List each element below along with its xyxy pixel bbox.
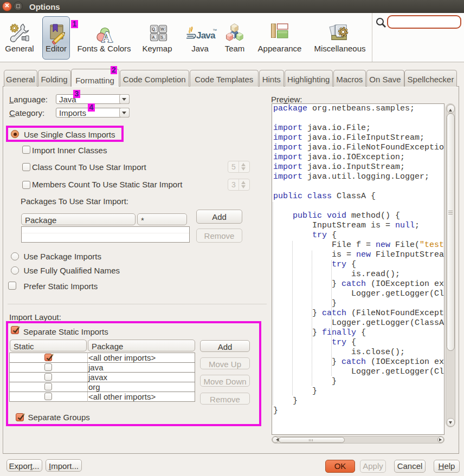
svg-text:A: A bbox=[152, 35, 155, 39]
svg-text:S: S bbox=[161, 35, 164, 39]
svg-text:™: ™ bbox=[212, 28, 217, 33]
svg-text:Q: Q bbox=[152, 27, 156, 31]
svg-text:W: W bbox=[161, 27, 165, 31]
svg-text:A: A bbox=[101, 28, 113, 45]
